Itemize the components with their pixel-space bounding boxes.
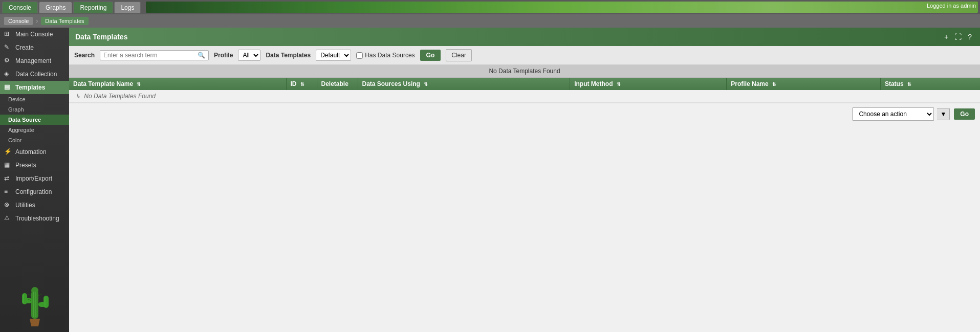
col-data-template-name[interactable]: Data Template Name ⇅ — [69, 78, 286, 90]
sidebar: ⊞ Main Console ✎ Create ⚙ Management ◈ D… — [0, 28, 69, 332]
col-status[interactable]: Status ⇅ — [880, 78, 980, 90]
data-templates-select[interactable]: Default — [316, 50, 351, 61]
logged-in-label: Logged in as admin — [927, 3, 976, 9]
action-dropdown-arrow[interactable]: ▼ — [937, 108, 950, 120]
sidebar-item-import-export[interactable]: ⇄ Import/Export — [0, 172, 69, 185]
col-label-deletable: Deletable — [321, 80, 349, 87]
svg-rect-10 — [45, 297, 46, 307]
sidebar-label-main-console: Main Console — [15, 31, 53, 38]
data-templates-label: Data Templates — [266, 52, 311, 59]
empty-message-text: No Data Templates Found — [84, 93, 156, 100]
add-button[interactable]: + — [942, 32, 950, 42]
breadcrumb-bar: Console › Data Templates — [0, 14, 980, 28]
sidebar-label-create: Create — [15, 44, 34, 51]
home-icon: ⊞ — [4, 30, 12, 38]
sidebar-label-import-export: Import/Export — [15, 175, 52, 182]
data-collection-icon: ◈ — [4, 70, 12, 78]
col-label-input-method: Input Method — [574, 80, 613, 87]
sidebar-item-management[interactable]: ⚙ Management — [0, 54, 69, 68]
sidebar-label-presets: Presets — [15, 162, 36, 169]
sidebar-item-configuration[interactable]: ≡ Configuration — [0, 185, 69, 198]
sidebar-item-troubleshooting[interactable]: ⚠ Troubleshooting — [0, 212, 69, 225]
sidebar-label-templates: Templates — [15, 84, 45, 91]
data-table: Data Template Name ⇅ ID ⇅ Deletable Data… — [69, 78, 980, 103]
page-title-actions: + ⛶ ? — [942, 32, 974, 42]
svg-line-13 — [38, 294, 41, 296]
sort-icon-status: ⇅ — [907, 82, 911, 87]
col-profile-name[interactable]: Profile Name ⇅ — [727, 78, 881, 90]
tab-graphs[interactable]: Graphs — [39, 2, 72, 13]
sidebar-label-management: Management — [15, 57, 51, 64]
sidebar-item-data-collection[interactable]: ◈ Data Collection — [0, 68, 69, 81]
sidebar-label-data-collection: Data Collection — [15, 71, 57, 78]
sidebar-item-main-console[interactable]: ⊞ Main Console — [0, 28, 69, 41]
tab-console[interactable]: Console — [2, 2, 38, 13]
svg-rect-9 — [23, 294, 24, 303]
sidebar-sub-aggregate[interactable]: Aggregate — [0, 125, 69, 135]
breadcrumb-console[interactable]: Console — [4, 17, 33, 25]
sort-icon-input-method: ⇅ — [617, 82, 621, 87]
breadcrumb-data-templates[interactable]: Data Templates — [41, 17, 88, 25]
svg-rect-7 — [33, 292, 34, 317]
col-label-data-sources-using: Data Sources Using — [362, 80, 420, 87]
col-id[interactable]: ID ⇅ — [286, 78, 317, 90]
app-layout: ⊞ Main Console ✎ Create ⚙ Management ◈ D… — [0, 28, 980, 332]
sidebar-sub-data-source[interactable]: Data Source — [0, 115, 69, 125]
table-header-row: Data Template Name ⇅ ID ⇅ Deletable Data… — [69, 78, 980, 90]
clear-button[interactable]: Clear — [446, 49, 472, 61]
action-bar: Choose an action ▼ Go — [69, 103, 980, 125]
action-go-button[interactable]: Go — [954, 108, 975, 120]
management-icon: ⚙ — [4, 57, 12, 65]
sidebar-item-presets[interactable]: ▦ Presets — [0, 159, 69, 172]
create-icon: ✎ — [4, 43, 12, 52]
profile-select[interactable]: All — [238, 50, 260, 61]
empty-message: ↳ No Data Templates Found — [69, 90, 980, 103]
svg-marker-6 — [30, 319, 40, 326]
col-data-sources-using[interactable]: Data Sources Using ⇅ — [358, 78, 570, 90]
sidebar-item-templates[interactable]: ▤ Templates — [0, 81, 69, 94]
main-content: Data Templates + ⛶ ? Search 🔍 Profile Al… — [69, 28, 980, 332]
cactus-logo — [17, 270, 53, 328]
has-data-sources-checkbox[interactable] — [356, 52, 363, 59]
cactus-svg — [17, 280, 53, 326]
no-results-message: No Data Templates Found — [489, 68, 560, 75]
sidebar-sub-device[interactable]: Device — [0, 94, 69, 104]
search-input-wrap: 🔍 — [100, 50, 209, 60]
col-label-status: Status — [885, 80, 904, 87]
presets-icon: ▦ — [4, 161, 12, 169]
sidebar-label-utilities: Utilities — [15, 202, 35, 209]
templates-icon: ▤ — [4, 83, 12, 92]
page-title-bar: Data Templates + ⛶ ? — [69, 28, 980, 46]
sort-icon-data-sources: ⇅ — [424, 82, 428, 87]
action-select[interactable]: Choose an action — [852, 107, 934, 121]
has-data-sources-text: Has Data Sources — [365, 52, 415, 59]
search-icon: 🔍 — [198, 52, 205, 59]
top-tab-bar: Console Graphs Reporting Logs Logged in … — [0, 0, 980, 14]
tab-logs[interactable]: Logs — [114, 2, 141, 13]
sort-icon-profile: ⇅ — [772, 82, 776, 87]
sidebar-label-troubleshooting: Troubleshooting — [15, 215, 59, 222]
sidebar-item-automation[interactable]: ⚡ Automation — [0, 145, 69, 159]
sidebar-sub-color[interactable]: Color — [0, 135, 69, 145]
utilities-icon: ⊗ — [4, 201, 12, 209]
search-input[interactable] — [103, 52, 195, 59]
expand-button[interactable]: ⛶ — [952, 32, 964, 42]
sidebar-label-configuration: Configuration — [15, 188, 52, 195]
has-data-sources-label[interactable]: Has Data Sources — [356, 52, 415, 59]
sort-icon-name: ⇅ — [137, 82, 141, 87]
sidebar-item-utilities[interactable]: ⊗ Utilities — [0, 198, 69, 212]
automation-icon: ⚡ — [4, 148, 12, 156]
profile-label: Profile — [214, 52, 233, 59]
tab-reporting[interactable]: Reporting — [73, 2, 113, 13]
help-button[interactable]: ? — [966, 32, 974, 42]
col-label-profile-name: Profile Name — [731, 80, 768, 87]
empty-row: ↳ No Data Templates Found — [69, 90, 980, 103]
sidebar-sub-graph[interactable]: Graph — [0, 104, 69, 115]
page-title: Data Templates — [75, 33, 127, 41]
no-results-bar: No Data Templates Found — [69, 65, 980, 78]
svg-rect-5 — [43, 296, 49, 308]
col-input-method[interactable]: Input Method ⇅ — [570, 78, 727, 90]
go-button[interactable]: Go — [420, 50, 441, 61]
svg-rect-3 — [22, 293, 27, 304]
sidebar-item-create[interactable]: ✎ Create — [0, 41, 69, 54]
